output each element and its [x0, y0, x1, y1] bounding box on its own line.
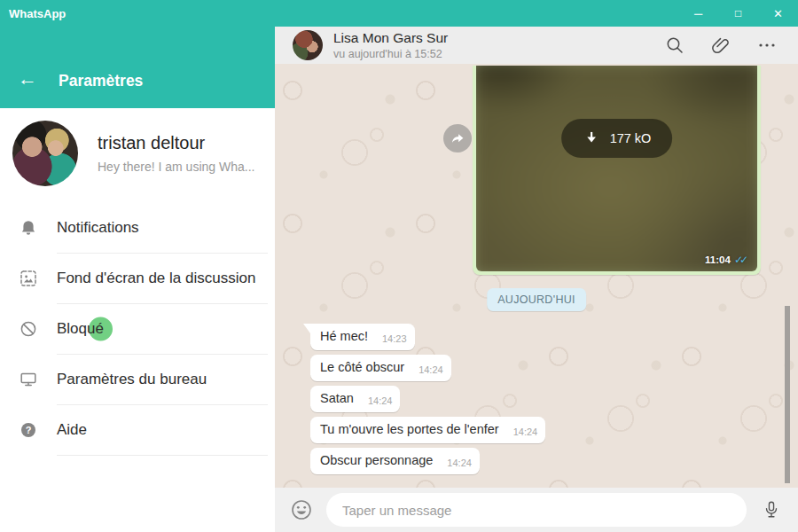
blurred-image-preview — [476, 66, 757, 271]
settings-title: Paramètres — [59, 72, 143, 90]
message-text: Hé mec! — [320, 329, 368, 344]
back-icon[interactable]: ← — [18, 67, 53, 90]
download-icon — [583, 129, 600, 147]
incoming-message[interactable]: Satan 14:24 — [310, 386, 400, 412]
close-button[interactable]: ✕ — [758, 0, 798, 27]
message-time: 14:24 — [447, 458, 472, 468]
sidebar-item-label: Paramètres du bureau — [57, 371, 207, 388]
forward-arrow-icon — [450, 130, 466, 146]
app-title: WhatsApp — [9, 7, 66, 20]
bell-icon — [20, 219, 37, 237]
message-time: 14:24 — [368, 395, 393, 406]
menu-dots-icon[interactable] — [757, 35, 777, 55]
microphone-icon[interactable] — [759, 497, 784, 522]
help-icon: ? — [20, 421, 37, 439]
svg-text:?: ? — [26, 425, 32, 435]
incoming-message[interactable]: Tu m'ouvre les portes de l'enfer 14:24 — [310, 417, 545, 443]
message-text: Le côté obscur — [320, 360, 404, 375]
window-controls: ─ □ ✕ — [678, 0, 798, 27]
outgoing-image-message[interactable]: 177 kO 11:04 ✓✓ — [473, 66, 761, 275]
settings-menu: Notifications Fond d'écran de la discuss… — [0, 203, 275, 456]
message-input-container — [326, 493, 747, 527]
chat-header[interactable]: Lisa Mon Gars Sur vu aujourd'hui à 15:52 — [275, 27, 798, 64]
conversation-area: 177 kO 11:04 ✓✓ AUJOURD'HUI Hé mec! 14:2… — [275, 64, 798, 488]
emoji-icon[interactable] — [289, 497, 314, 522]
sidebar-item-wallpaper[interactable]: Fond d'écran de la discussion — [0, 254, 275, 303]
sidebar-item-label: Aide — [57, 421, 87, 439]
settings-sidebar: ← Paramètres tristan deltour Hey there! … — [0, 27, 275, 532]
profile-name: tristan deltour — [98, 133, 254, 153]
minimize-button[interactable]: ─ — [678, 0, 718, 27]
incoming-message[interactable]: Le côté obscur 14:24 — [310, 355, 451, 381]
desktop-icon — [20, 371, 37, 388]
incoming-message[interactable]: Obscur personnage 14:24 — [310, 448, 480, 474]
message-input[interactable] — [342, 503, 731, 518]
forward-button[interactable] — [443, 124, 472, 153]
message-time: 11:04 — [705, 254, 731, 265]
message-time: 14:23 — [382, 333, 407, 344]
date-badge: AUJOURD'HUI — [487, 288, 586, 311]
divider — [57, 455, 268, 456]
blocked-icon — [20, 320, 37, 338]
message-input-bar — [275, 488, 798, 532]
message-text: Satan — [320, 391, 354, 406]
chat-scrollbar[interactable] — [785, 306, 790, 483]
contact-last-seen: vu aujourd'hui à 15:52 — [333, 48, 448, 60]
sidebar-item-label: Fond d'écran de la discussion — [57, 270, 255, 287]
title-bar: WhatsApp ─ □ ✕ — [0, 0, 798, 27]
message-text: Tu m'ouvre les portes de l'enfer — [320, 422, 499, 437]
profile-status: Hey there! I am using Wha... — [98, 160, 254, 174]
message-list: Hé mec! 14:23 Le côté obscur 14:24 Satan… — [310, 324, 545, 474]
contact-name: Lisa Mon Gars Sur — [333, 30, 448, 46]
message-time: 14:24 — [419, 364, 443, 375]
sidebar-item-label: Bloqué — [57, 320, 104, 338]
sidebar-item-label: Notifications — [57, 219, 139, 237]
search-icon[interactable] — [665, 35, 685, 55]
sidebar-item-desktop-settings[interactable]: Paramètres du bureau — [0, 355, 275, 404]
wallpaper-icon — [20, 270, 37, 287]
settings-header: ← Paramètres — [0, 27, 275, 108]
read-receipt-icon: ✓✓ — [734, 254, 748, 266]
sidebar-item-help[interactable]: ? Aide — [0, 405, 275, 455]
chat-panel: Lisa Mon Gars Sur vu aujourd'hui à 15:52 — [275, 27, 798, 532]
attach-icon[interactable] — [711, 35, 731, 55]
download-button[interactable]: 177 kO — [561, 119, 673, 158]
message-text: Obscur personnage — [320, 453, 433, 468]
profile-avatar — [12, 121, 78, 186]
incoming-message[interactable]: Hé mec! 14:23 — [310, 324, 415, 350]
message-time: 14:24 — [513, 426, 538, 437]
sidebar-item-blocked[interactable]: Bloqué — [0, 304, 275, 354]
contact-avatar[interactable] — [293, 30, 323, 60]
profile-section[interactable]: tristan deltour Hey there! I am using Wh… — [12, 121, 254, 186]
sidebar-item-notifications[interactable]: Notifications — [0, 203, 275, 253]
maximize-button[interactable]: □ — [718, 0, 758, 27]
file-size-label: 177 kO — [610, 131, 652, 145]
